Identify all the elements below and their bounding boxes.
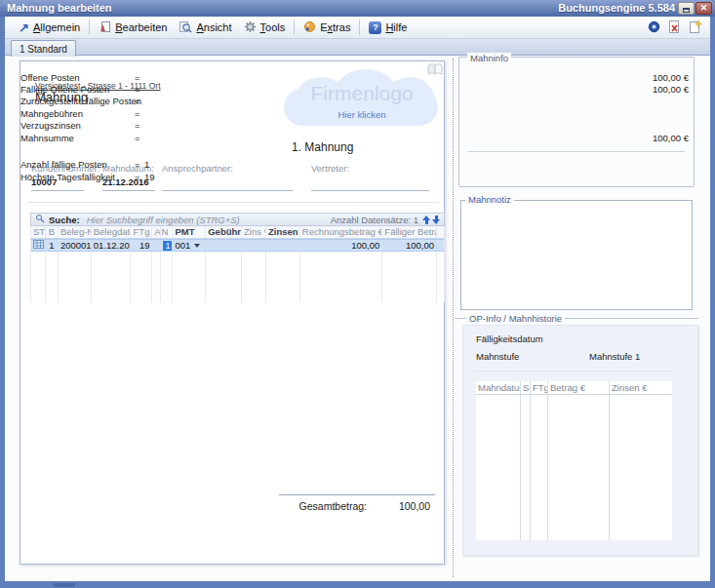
divider [279,494,435,495]
content-area: Versionstest - Strasse 1 - 1111 Ort Mahn… [5,56,710,581]
info-row: Zurückgestellte fällige Posten= [20,96,696,107]
toolbar-item-bearbeiten[interactable]: Bearbeiten [93,19,173,37]
mahninfo-title: Mahninfo [467,53,511,63]
column-header[interactable]: PMT [173,226,206,238]
column-header[interactable]: A [152,226,161,238]
column-header[interactable]: Zinsen € [266,226,300,238]
positions-empty-row [30,264,445,277]
cell-zins-prozent[interactable] [242,240,266,251]
search-label: Suche: [49,215,80,225]
resize-grip[interactable] [54,583,75,587]
divider [468,151,685,152]
cell-pmt-dropdown[interactable]: 001 [173,240,206,251]
column-header-filler [437,226,444,238]
tab-standard[interactable]: 1 Standard [11,40,76,57]
new-record-icon[interactable] [689,20,702,35]
cell-belegdatum[interactable]: 01.12.2016 [92,240,131,251]
op-info-title: OP-Info / Mahnhistorie [466,313,565,324]
positions-header-row: ST B Beleg-Nr. Belegdatum FTg A N PMT Ge… [30,226,445,239]
toolbar-item-allgemein[interactable]: ↗ Allgemein [13,20,86,36]
close-button[interactable]: ✕ [695,2,712,15]
history-table: Mahndatum S FTg Betrag € Zinsen € [476,381,672,540]
toolbar-label-extras: Extras [320,21,350,33]
positions-table: Suche: Hier Suchbegriff eingeben (STRG+S… [30,213,445,302]
cell-zinsen[interactable] [266,240,300,251]
mahnstufe-value: Mahnstufe 1 [589,351,640,362]
op-info-card: Fälligkeitsdatum Mahnstufe Mahnstufe 1 M… [462,325,698,556]
history-column: Mahndatum [476,381,521,540]
due-date-label: Fälligkeitsdatum [476,333,543,344]
help-icon: ? [369,21,381,34]
equals-sign: = [135,96,140,106]
column-header[interactable]: ST [31,226,46,238]
cell-gebuehr[interactable] [206,240,242,251]
toolbar-item-tools[interactable]: Tools [238,19,292,37]
toolbar-right-group [648,20,702,35]
divider [28,202,438,203]
info-row: Offene Posten=100,00 € [20,72,696,84]
column-header[interactable]: Zins % [242,226,266,238]
arrow-up-icon[interactable] [422,216,430,224]
equals-sign: = [135,172,140,182]
cell-a[interactable] [152,240,161,251]
row-detail-grid-icon[interactable] [31,240,46,251]
cell-n-focused[interactable]: 1 [161,240,173,251]
column-header[interactable]: B [46,226,59,238]
cell-b[interactable]: 1 [46,240,59,251]
cell-filler [437,240,444,251]
toolbar-label-tools: Tools [260,21,286,33]
info-value: 19 [144,172,155,182]
cell-rechnungsbetrag[interactable]: 100,00 [300,240,383,251]
total-label: Gesamtbetrag: [274,500,367,512]
info-value: 100,00 € [653,72,689,83]
column-header[interactable]: Belegdatum [92,226,131,238]
record-count-label: Anzahl Datensätze: 1 [331,215,418,225]
record-disc-icon[interactable] [648,20,660,35]
column-header[interactable]: FTg [131,226,153,238]
edit-page-icon [99,20,111,35]
equals-sign: = [135,159,140,170]
toolbar-item-ansicht[interactable]: Ansicht [173,19,237,37]
history-column: Betrag € [548,381,610,540]
column-header[interactable]: Gebühr € [206,226,242,238]
toolbar-label-allgemein: Allgemein [33,21,80,33]
delete-record-icon[interactable] [668,20,681,35]
cell-ftg[interactable]: 19 [131,240,153,251]
divider [475,371,672,372]
equals-sign: = [135,108,140,119]
app-window: Mahnung bearbeiten Buchungsengine 5.584 … [0,0,715,588]
column-header[interactable]: Fälliger Betrag € [382,226,437,238]
record-count-value: 1 [414,215,418,225]
arrow-down-icon[interactable] [432,216,440,224]
toolbar-item-hilfe[interactable]: ? Hilfe [363,20,413,36]
cell-faelliger-betrag[interactable]: 100,00 [382,240,437,251]
positions-empty-row [30,277,445,290]
toolbar-label-bearbeiten: Bearbeiten [115,21,167,33]
history-column: FTg [531,381,548,540]
info-row: Anzahl fällige Posten=1 [20,159,696,171]
column-header[interactable]: Rechnungsbetrag € [300,226,383,238]
column-header[interactable]: Beleg-Nr. [59,226,92,238]
column-header[interactable]: N [161,226,173,238]
info-row: Fällige Offene Posten=100,00 € [20,84,696,96]
cell-beleg-nr[interactable]: 200001 [59,240,92,251]
history-column: S [521,381,531,540]
equals-sign: = [135,133,140,143]
info-row: Verzugszinsen= [20,120,696,132]
app-name-version: Buchungsengine 5.584 [558,0,675,17]
info-value: 1 [144,159,149,170]
history-column: Zinsen € [610,381,672,540]
minimize-icon [683,8,690,13]
positions-empty-row [30,290,445,302]
toolbar-separator [359,20,360,35]
search-input[interactable]: Hier Suchbegriff eingeben (STRG+S) [87,215,240,225]
toolbar-item-extras[interactable]: Extras [298,19,356,37]
mahnnotiz-textarea[interactable] [460,200,693,310]
table-row-selected[interactable]: 1 200001 01.12.2016 19 1 001 100,00 100,… [30,239,445,252]
total-value: 100,00 [367,500,430,512]
minimize-button[interactable] [678,2,695,15]
search-bar: Suche: Hier Suchbegriff eingeben (STRG+S… [30,213,445,226]
info-row: Mahngebühren= [20,108,696,120]
positions-empty-rows [30,252,445,302]
positions-empty-row [30,252,445,264]
